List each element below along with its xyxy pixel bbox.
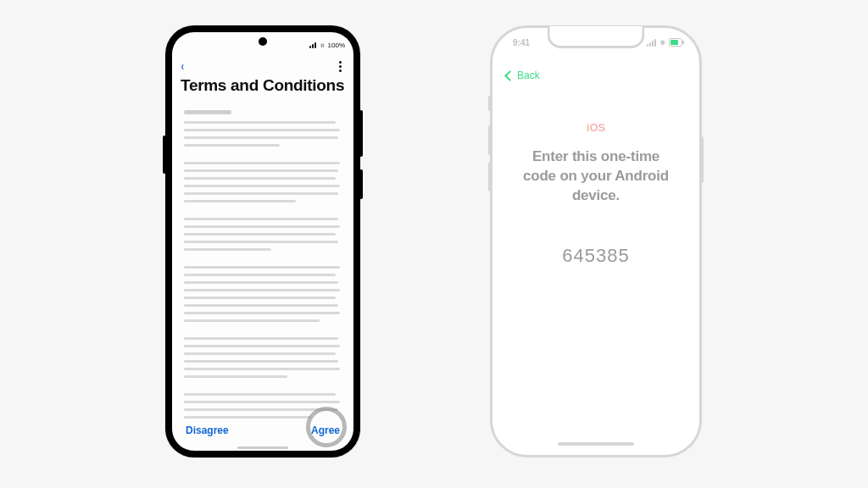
iphone-mute-switch xyxy=(488,96,492,111)
iphone-volume-up xyxy=(488,125,492,155)
wifi-icon: ⨳ xyxy=(319,42,326,49)
android-screen: ⨳ 100% ‹ Terms and Conditions xyxy=(172,32,353,451)
iphone-device-frame: 9:41 ⨳ Back iOS Enter this one-time code… xyxy=(490,25,702,458)
back-chevron-icon[interactable] xyxy=(504,70,515,81)
iphone-notch xyxy=(548,26,645,48)
battery-icon xyxy=(669,38,682,47)
one-time-code: 645385 xyxy=(518,245,674,267)
page-title: Terms and Conditions xyxy=(172,75,353,100)
android-front-camera xyxy=(259,37,267,46)
terms-body-text xyxy=(172,100,353,419)
iphone-screen: 9:41 ⨳ Back iOS Enter this one-time code… xyxy=(498,33,694,450)
code-prompt-text: Enter this one-time code on your Android… xyxy=(518,147,674,206)
battery-text: 100% xyxy=(328,42,345,49)
cellular-icon xyxy=(647,39,656,47)
more-icon[interactable] xyxy=(336,59,345,74)
disagree-button[interactable]: Disagree xyxy=(186,424,229,436)
android-footer: Disagree Agree xyxy=(172,417,353,444)
stage: ⨳ 100% ‹ Terms and Conditions xyxy=(0,0,868,488)
android-device-frame: ⨳ 100% ‹ Terms and Conditions xyxy=(165,25,360,458)
iphone-volume-down xyxy=(488,162,492,191)
android-volume-button xyxy=(359,110,363,157)
iphone-nav-bar: Back xyxy=(498,64,694,87)
iphone-power-button xyxy=(700,136,704,183)
status-time: 9:41 xyxy=(513,38,530,47)
iphone-content: iOS Enter this one-time code on your And… xyxy=(498,87,694,267)
android-titlebar: ‹ xyxy=(172,58,353,75)
signal-icon xyxy=(309,42,316,48)
wifi-icon: ⨳ xyxy=(659,38,666,47)
back-icon[interactable]: ‹ xyxy=(181,60,184,72)
iphone-home-indicator xyxy=(558,442,634,446)
android-side-button xyxy=(163,136,166,174)
os-label: iOS xyxy=(518,121,674,134)
back-button[interactable]: Back xyxy=(517,69,540,81)
android-home-indicator xyxy=(237,446,288,449)
agree-button[interactable]: Agree xyxy=(311,424,340,436)
android-power-button xyxy=(359,169,363,199)
